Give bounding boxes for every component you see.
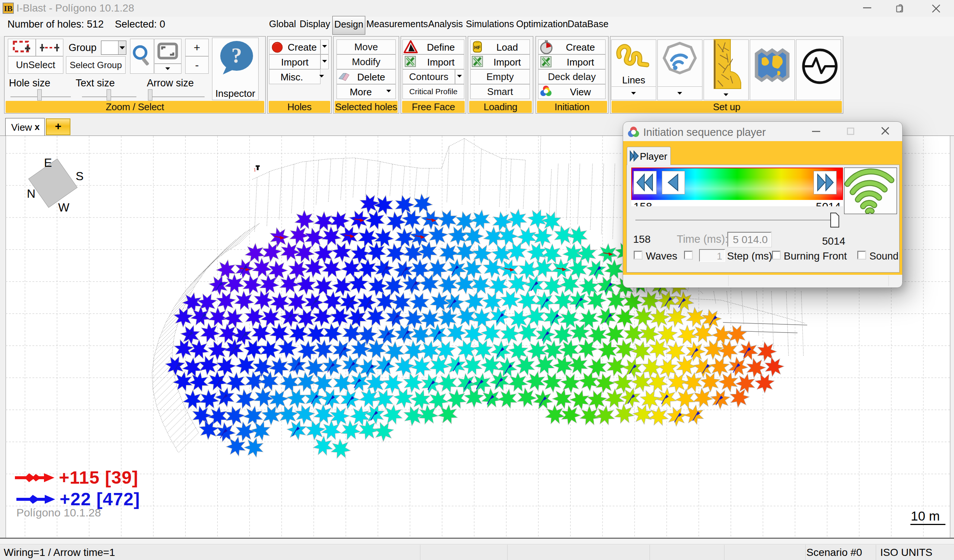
- svg-text:IB: IB: [4, 4, 12, 13]
- svg-text:N: N: [27, 187, 36, 200]
- svg-text:HF: HF: [474, 45, 480, 50]
- svg-text:?: ?: [231, 43, 242, 67]
- svg-text:E: E: [44, 156, 52, 170]
- svg-text:1: 1: [254, 168, 256, 172]
- svg-text:S: S: [76, 170, 83, 183]
- svg-text:W: W: [58, 201, 70, 214]
